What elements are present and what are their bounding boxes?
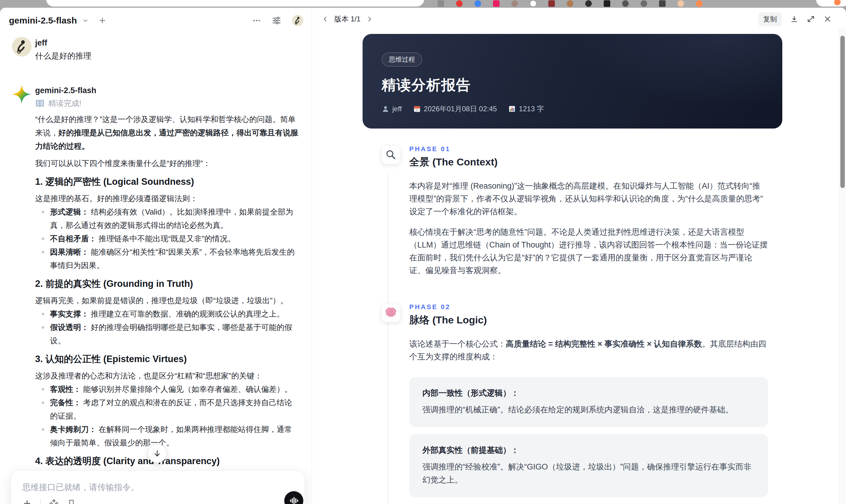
dimension-card-title: 外部真实性（前提基础）： (422, 445, 755, 455)
message-input[interactable]: 思维接口已就绪，请传输指令。 (22, 481, 293, 493)
version-prev-button[interactable] (322, 16, 329, 23)
bullet-text: 推理链条中不能出现“既是又非”的情况。 (96, 234, 235, 243)
paragraph: 我们可以从以下四个维度来衡量什么是“好的推理”： (35, 157, 299, 170)
assistant-name: gemini-2.5-flash (35, 85, 304, 96)
message-list: jeff 什么是好的推理 gemini-2.5-flash (12, 35, 304, 504)
paragraph: 这是推理的基石。好的推理必须遵循逻辑法则： (35, 192, 299, 205)
user-avatar (12, 37, 32, 56)
extension-icon[interactable] (475, 0, 481, 7)
close-icon[interactable] (823, 15, 832, 23)
extension-icon[interactable] (548, 0, 555, 7)
extension-icon[interactable] (585, 0, 592, 7)
extension-icon[interactable] (622, 0, 629, 7)
app-window: gemini-2.5-flash (0, 8, 846, 504)
report-hero-card: 思维过程 精读分析报告 jeff 17 2026年01月08日 02:45 (363, 34, 782, 128)
scrollbar (839, 29, 846, 504)
assistant-status: 精读完成! (35, 98, 304, 109)
extension-icon[interactable] (696, 0, 703, 7)
phase-body: PHASE 01全景 (The Context)本内容是对“推理 (Reason… (409, 145, 768, 277)
browser-profile-corner (816, 0, 846, 6)
phase-section: PHASE 01全景 (The Context)本内容是对“推理 (Reason… (381, 145, 768, 277)
assistant-markdown: “什么是好的推理？”这是一个涉及逻辑学、认知科学和哲学核心的问题。简单来说，好的… (35, 113, 299, 504)
bullet-item: 奥卡姆剃刀： 在解释同一个现象时，如果两种推理都能站得住脚，通常倾向于最简单、假… (35, 423, 299, 450)
svg-text:17: 17 (415, 109, 418, 112)
extension-icon[interactable] (456, 0, 463, 7)
expand-icon[interactable] (807, 15, 815, 23)
bullet-term: 不自相矛盾： (50, 234, 96, 243)
report-title: 精读分析报告 (382, 76, 782, 95)
user-message: jeff 什么是好的推理 (12, 37, 304, 62)
extension-icon[interactable] (640, 0, 647, 7)
section-heading: 1. 逻辑的严密性 (Logical Soundness) (35, 176, 299, 188)
open-book-icon (35, 100, 45, 108)
user-avatar[interactable] (292, 15, 303, 26)
extension-icon[interactable] (530, 0, 536, 7)
assistant-status-text: 精读完成! (48, 98, 81, 109)
text-segment: 本内容是对“推理 (Reasoning)”这一抽象概念的高层建模。在知识爆炸与人… (409, 181, 763, 216)
text-segment: 高质量结论 = 结构完整性 × 事实准确性 × 认知自律系数 (506, 340, 702, 348)
report-phases: PHASE 01全景 (The Context)本内容是对“推理 (Reason… (312, 145, 846, 504)
text-segment: 好的推理是从已知信息出发，通过严密的逻辑路径，得出可靠且有说服力结论的过程。 (35, 128, 298, 150)
version-next-button[interactable] (366, 16, 373, 23)
phase-timeline (388, 173, 388, 504)
browser-profile-icon[interactable] (834, 0, 841, 5)
bar-chart-icon (508, 105, 516, 113)
extension-icon[interactable] (677, 0, 684, 7)
dimension-card-body: 强调推理的“机械正确”。结论必须在给定的规则系统内逻辑自洽，这是推理的硬件基础。 (422, 403, 755, 416)
extension-icon[interactable] (659, 0, 666, 7)
bullet-term: 因果清晰： (50, 248, 89, 256)
toolbar-divider (40, 499, 41, 504)
bullet-text: 能够识别并尽量排除个人偏见（如幸存者偏差、确认偏差）。 (81, 385, 292, 394)
settings-sliders-icon[interactable] (272, 16, 281, 25)
download-icon[interactable] (790, 15, 798, 23)
extension-icon[interactable] (604, 0, 610, 7)
assistant-message: gemini-2.5-flash 精读完成! “什么是好的推理？”这是一个涉及逻… (12, 85, 304, 504)
text-segment: 核心情境在于解决“思考的随意性”问题。不论是人类通过批判性思维进行决策，还是大语… (409, 228, 768, 275)
bullet-item: 完备性： 考虑了对立的观点和潜在的反证，而不是只选择支持自己结论的证据。 (35, 396, 299, 423)
brain-icon (381, 303, 400, 322)
extension-icon[interactable] (567, 0, 573, 7)
section-heading: 2. 前提的真实性 (Grounding in Truth) (35, 277, 299, 290)
dimension-card: 内部一致性（形式逻辑）：强调推理的“机械正确”。结论必须在给定的规则系统内逻辑自… (409, 377, 768, 427)
phase-number: PHASE 02 (409, 303, 768, 311)
user-message-text: 什么是好的推理 (35, 49, 304, 62)
browser-url-bar[interactable] (46, 0, 424, 6)
bookmark-icon[interactable] (67, 499, 76, 504)
phase-title: 全景 (The Context) (409, 155, 768, 169)
new-chat-button[interactable] (98, 16, 107, 25)
scrollbar-thumb[interactable] (840, 36, 845, 188)
dimension-card-title: 内部一致性（形式逻辑）： (422, 388, 755, 398)
report-toolbar: 版本 1/1 复制 (312, 8, 846, 30)
waveform-icon (289, 496, 299, 504)
bullet-term: 事实支撑： (50, 309, 89, 318)
skills-diamonds-icon[interactable] (49, 499, 59, 504)
more-options-icon[interactable] (252, 16, 261, 25)
chevron-down-icon[interactable] (82, 17, 89, 24)
message-composer: 思维接口已就绪，请传输指令。 (11, 470, 305, 504)
text-segment: 逻辑再完美，如果前提是错误的，推理也是垃圾（即“垃圾进，垃圾出”）。 (35, 296, 288, 305)
paragraph: 逻辑再完美，如果前提是错误的，推理也是垃圾（即“垃圾进，垃圾出”）。 (35, 294, 299, 307)
version-label: 版本 1/1 (334, 14, 360, 24)
copy-button[interactable]: 复制 (758, 12, 782, 26)
bullet-item: 形式逻辑： 结构必须有效（Valid）。比如演绎推理中，如果前提全部为真，那么通… (35, 205, 299, 232)
phase-number: PHASE 01 (409, 145, 768, 153)
extension-icon[interactable] (511, 0, 518, 7)
bullet-item: 客观性： 能够识别并尽量排除个人偏见（如幸存者偏差、确认偏差）。 (35, 383, 299, 396)
attach-plus-button[interactable] (22, 499, 32, 504)
text-segment: 该论述基于一个核心公式： (409, 340, 506, 348)
scroll-to-bottom-button[interactable] (148, 444, 167, 463)
report-date: 17 2026年01月08日 02:45 (413, 104, 497, 114)
user-name: jeff (35, 37, 304, 49)
text-segment: 我们可以从以下四个维度来衡量什么是“好的推理”： (35, 159, 210, 168)
bullet-term: 客观性： (50, 385, 81, 394)
bullet-item: 不自相矛盾： 推理链条中不能出现“既是又非”的情况。 (35, 232, 299, 246)
composer-toolbar (22, 499, 76, 504)
extension-icon[interactable] (493, 0, 499, 7)
chat-header: gemini-2.5-flash (0, 8, 312, 26)
model-selector-label[interactable]: gemini-2.5-flash (9, 16, 77, 25)
phase-section: PHASE 02脉络 (The Logic)该论述基于一个核心公式：高质量结论 … (381, 303, 768, 504)
chat-panel: gemini-2.5-flash (0, 8, 312, 504)
extension-icon[interactable] (438, 0, 444, 7)
bullet-term: 形式逻辑： (50, 208, 89, 216)
phase-body: PHASE 02脉络 (The Logic)该论述基于一个核心公式：高质量结论 … (409, 303, 768, 504)
